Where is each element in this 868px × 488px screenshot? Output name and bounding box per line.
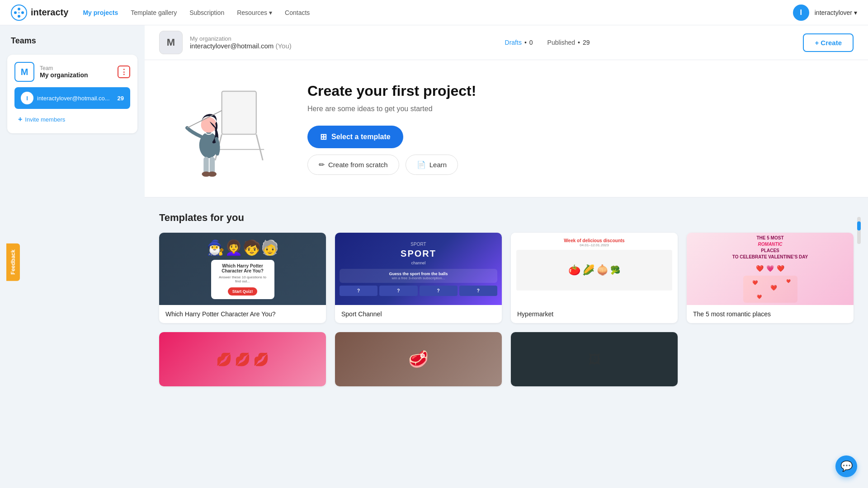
logo-icon <box>11 5 27 21</box>
select-template-button[interactable]: ⊞ Select a template <box>307 126 403 148</box>
sidebar-title: Teams <box>7 36 137 46</box>
nav-contacts[interactable]: Contacts <box>285 9 310 16</box>
template-name-sport: Sport Channel <box>335 305 502 323</box>
team-avatar: M <box>14 62 34 82</box>
svg-point-1 <box>14 11 17 14</box>
svg-line-9 <box>256 134 263 160</box>
templates-grid: 🧙‍♂️👩‍🦱🧒🧓 Which Harry Potter Character A… <box>159 233 854 323</box>
chat-button[interactable]: 💬 <box>835 455 857 477</box>
member-email: interactylover@hotmail.co... <box>37 95 110 102</box>
grid-icon: ⊞ <box>320 132 327 142</box>
template-thumb-hp: 🧙‍♂️👩‍🦱🧒🧓 Which Harry Potter Character A… <box>159 233 326 305</box>
templates-grid-bottom: 💋 💋 💋 🥩 🖼 <box>159 332 854 401</box>
org-stats: Drafts • 0 Published • 29 <box>505 39 590 46</box>
hero-subtitle: Here are some ideas to get you started <box>307 105 841 113</box>
template-thumb-romantic: THE 5 MOSTROMANTICPLACESTO CELEBRATE VAL… <box>687 233 854 305</box>
scroll-indicator[interactable] <box>857 217 861 244</box>
template-card-empty <box>687 332 854 386</box>
member-left: I interactylover@hotmail.co... <box>21 92 110 104</box>
template-thumb-dark: 🖼 <box>511 332 678 386</box>
published-label: Published <box>547 39 576 46</box>
plus-icon: + <box>18 115 22 123</box>
team-card: M Team My organization ⋮ I interactylove… <box>7 55 137 133</box>
btn-row: ✏ Create from scratch 📄 Learn <box>307 155 841 175</box>
svg-point-4 <box>18 15 20 18</box>
template-card-hyper[interactable]: Week of delicious discounts 04.01–12.01.… <box>511 233 678 323</box>
feedback-tab[interactable]: Feedback <box>0 244 44 276</box>
hero-actions: ⊞ Select a template ✏ Create from scratc… <box>307 126 841 175</box>
hero-illustration <box>181 78 280 179</box>
user-chevron-icon: ▾ <box>854 9 857 16</box>
drafts-count: 0 <box>529 39 533 46</box>
svg-rect-7 <box>222 92 255 134</box>
header-right: I interactylover ▾ <box>793 5 857 21</box>
svg-point-2 <box>18 8 20 10</box>
header: interacty My projects Template gallery S… <box>0 0 868 25</box>
drafts-stat: Drafts • 0 <box>505 39 533 46</box>
logo-text: interacty <box>31 7 68 18</box>
nav-template-gallery[interactable]: Template gallery <box>131 9 177 16</box>
template-thumb-sport: SPORT SPORT channel Guess the sport from… <box>335 233 502 305</box>
template-card-hp[interactable]: 🧙‍♂️👩‍🦱🧒🧓 Which Harry Potter Character A… <box>159 233 326 323</box>
published-stat: Published • 29 <box>547 39 590 46</box>
template-card-dark[interactable]: 🖼 <box>511 332 678 386</box>
team-menu-button[interactable]: ⋮ <box>118 66 130 78</box>
published-count: 29 <box>583 39 590 46</box>
template-name-hp: Which Harry Potter Character Are You? <box>159 305 326 323</box>
template-card-sport[interactable]: SPORT SPORT channel Guess the sport from… <box>335 233 502 323</box>
document-icon: 📄 <box>417 160 426 169</box>
member-avatar: I <box>21 92 33 104</box>
org-name: My organization <box>190 35 292 42</box>
create-button[interactable]: + Create <box>803 33 854 52</box>
template-name-romantic: The 5 most romantic places <box>687 305 854 323</box>
team-header: M Team My organization ⋮ <box>14 62 130 82</box>
team-texts: Team My organization <box>40 65 88 79</box>
pencil-icon: ✏ <box>319 160 325 169</box>
hero-content: Create your first project! Here are some… <box>307 83 841 175</box>
svg-point-17 <box>208 172 217 177</box>
template-card-lips[interactable]: 💋 💋 💋 <box>159 332 326 386</box>
org-email: interactylover@hotmail.com (You) <box>190 42 292 50</box>
nav-subscription[interactable]: Subscription <box>189 9 224 16</box>
org-bar: M My organization interactylover@hotmail… <box>145 25 868 60</box>
nav-my-projects[interactable]: My projects <box>83 9 118 16</box>
nav-resources[interactable]: Resources ▾ <box>237 9 272 16</box>
svg-point-5 <box>18 12 20 14</box>
templates-section: Templates for you 🧙‍♂️👩‍🦱🧒🧓 Which Harry … <box>145 197 868 401</box>
dots-icon: ⋮ <box>120 68 128 76</box>
member-count: 29 <box>118 95 124 102</box>
create-from-scratch-button[interactable]: ✏ Create from scratch <box>307 155 399 175</box>
drafts-link[interactable]: Drafts <box>505 39 522 46</box>
team-member-row[interactable]: I interactylover@hotmail.co... 29 <box>14 87 130 109</box>
person-illustration <box>181 78 271 178</box>
feedback-label[interactable]: Feedback <box>6 243 20 281</box>
org-you-label: (You) <box>275 42 291 50</box>
chevron-down-icon: ▾ <box>269 9 272 16</box>
org-avatar: M <box>159 31 183 54</box>
logo: interacty <box>11 5 68 21</box>
org-left: M My organization interactylover@hotmail… <box>159 31 292 54</box>
org-info: My organization interactylover@hotmail.c… <box>190 35 292 50</box>
hero-section: Create your first project! Here are some… <box>145 60 868 197</box>
svg-point-3 <box>21 11 24 14</box>
user-menu[interactable]: interactylover ▾ <box>815 9 857 16</box>
team-label: Team <box>40 65 88 71</box>
template-thumb-lips: 💋 💋 💋 <box>159 332 326 386</box>
scroll-thumb <box>857 221 861 230</box>
hero-title: Create your first project! <box>307 83 841 99</box>
main-nav: My projects Template gallery Subscriptio… <box>83 9 793 16</box>
main-content: M My organization interactylover@hotmail… <box>145 25 868 488</box>
template-card-food[interactable]: 🥩 <box>335 332 502 386</box>
template-thumb-hyper: Week of delicious discounts 04.01–12.01.… <box>511 233 678 305</box>
team-name: My organization <box>40 71 88 79</box>
user-avatar: I <box>793 5 809 21</box>
app-body: Teams M Team My organization ⋮ I interac… <box>0 25 868 488</box>
templates-title: Templates for you <box>159 212 854 224</box>
template-card-romantic[interactable]: THE 5 MOSTROMANTICPLACESTO CELEBRATE VAL… <box>687 233 854 323</box>
template-name-hyper: Hypermarket <box>511 305 678 323</box>
learn-button[interactable]: 📄 Learn <box>406 155 458 175</box>
chat-icon: 💬 <box>840 460 853 472</box>
template-thumb-food: 🥩 <box>335 332 502 386</box>
team-info: M Team My organization <box>14 62 88 82</box>
invite-members-button[interactable]: + Invite members <box>14 113 69 126</box>
